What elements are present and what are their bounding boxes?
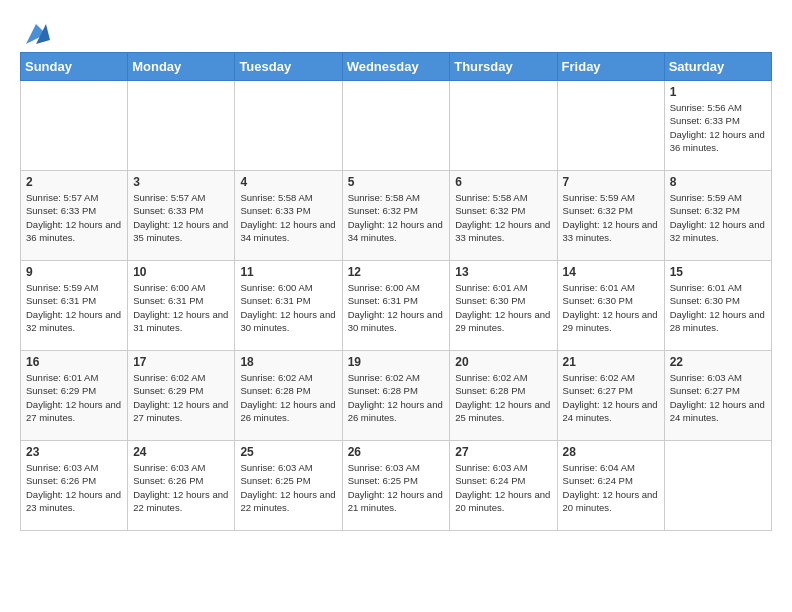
day-number: 14 [563, 265, 659, 279]
day-info: Sunrise: 5:59 AM Sunset: 6:32 PM Dayligh… [563, 191, 659, 244]
day-cell: 5Sunrise: 5:58 AM Sunset: 6:32 PM Daylig… [342, 171, 450, 261]
day-number: 11 [240, 265, 336, 279]
day-info: Sunrise: 6:02 AM Sunset: 6:27 PM Dayligh… [563, 371, 659, 424]
day-info: Sunrise: 5:57 AM Sunset: 6:33 PM Dayligh… [26, 191, 122, 244]
day-info: Sunrise: 6:04 AM Sunset: 6:24 PM Dayligh… [563, 461, 659, 514]
day-number: 23 [26, 445, 122, 459]
day-cell [21, 81, 128, 171]
day-cell: 3Sunrise: 5:57 AM Sunset: 6:33 PM Daylig… [128, 171, 235, 261]
day-number: 24 [133, 445, 229, 459]
day-cell: 13Sunrise: 6:01 AM Sunset: 6:30 PM Dayli… [450, 261, 557, 351]
day-number: 2 [26, 175, 122, 189]
day-cell: 21Sunrise: 6:02 AM Sunset: 6:27 PM Dayli… [557, 351, 664, 441]
day-info: Sunrise: 6:02 AM Sunset: 6:28 PM Dayligh… [455, 371, 551, 424]
day-cell: 27Sunrise: 6:03 AM Sunset: 6:24 PM Dayli… [450, 441, 557, 531]
weekday-header-saturday: Saturday [664, 53, 771, 81]
day-cell: 8Sunrise: 5:59 AM Sunset: 6:32 PM Daylig… [664, 171, 771, 261]
day-cell [235, 81, 342, 171]
day-cell: 15Sunrise: 6:01 AM Sunset: 6:30 PM Dayli… [664, 261, 771, 351]
day-info: Sunrise: 6:01 AM Sunset: 6:29 PM Dayligh… [26, 371, 122, 424]
page-header [20, 20, 772, 42]
day-info: Sunrise: 6:01 AM Sunset: 6:30 PM Dayligh… [455, 281, 551, 334]
day-number: 1 [670, 85, 766, 99]
week-row-5: 23Sunrise: 6:03 AM Sunset: 6:26 PM Dayli… [21, 441, 772, 531]
day-info: Sunrise: 6:02 AM Sunset: 6:29 PM Dayligh… [133, 371, 229, 424]
day-info: Sunrise: 6:03 AM Sunset: 6:27 PM Dayligh… [670, 371, 766, 424]
day-info: Sunrise: 6:01 AM Sunset: 6:30 PM Dayligh… [670, 281, 766, 334]
day-cell: 10Sunrise: 6:00 AM Sunset: 6:31 PM Dayli… [128, 261, 235, 351]
day-cell [664, 441, 771, 531]
day-number: 16 [26, 355, 122, 369]
day-info: Sunrise: 6:00 AM Sunset: 6:31 PM Dayligh… [348, 281, 445, 334]
day-number: 3 [133, 175, 229, 189]
day-number: 18 [240, 355, 336, 369]
day-info: Sunrise: 6:00 AM Sunset: 6:31 PM Dayligh… [133, 281, 229, 334]
day-cell: 1Sunrise: 5:56 AM Sunset: 6:33 PM Daylig… [664, 81, 771, 171]
day-info: Sunrise: 6:01 AM Sunset: 6:30 PM Dayligh… [563, 281, 659, 334]
weekday-header-monday: Monday [128, 53, 235, 81]
weekday-header-wednesday: Wednesday [342, 53, 450, 81]
day-number: 21 [563, 355, 659, 369]
day-number: 4 [240, 175, 336, 189]
day-info: Sunrise: 6:03 AM Sunset: 6:26 PM Dayligh… [133, 461, 229, 514]
day-cell: 28Sunrise: 6:04 AM Sunset: 6:24 PM Dayli… [557, 441, 664, 531]
day-number: 17 [133, 355, 229, 369]
day-number: 27 [455, 445, 551, 459]
logo-icon [22, 20, 50, 48]
week-row-3: 9Sunrise: 5:59 AM Sunset: 6:31 PM Daylig… [21, 261, 772, 351]
day-cell: 12Sunrise: 6:00 AM Sunset: 6:31 PM Dayli… [342, 261, 450, 351]
day-number: 19 [348, 355, 445, 369]
day-cell: 11Sunrise: 6:00 AM Sunset: 6:31 PM Dayli… [235, 261, 342, 351]
day-info: Sunrise: 6:03 AM Sunset: 6:26 PM Dayligh… [26, 461, 122, 514]
weekday-header-sunday: Sunday [21, 53, 128, 81]
day-number: 13 [455, 265, 551, 279]
day-cell: 17Sunrise: 6:02 AM Sunset: 6:29 PM Dayli… [128, 351, 235, 441]
day-info: Sunrise: 6:02 AM Sunset: 6:28 PM Dayligh… [348, 371, 445, 424]
day-number: 10 [133, 265, 229, 279]
day-cell: 23Sunrise: 6:03 AM Sunset: 6:26 PM Dayli… [21, 441, 128, 531]
day-number: 25 [240, 445, 336, 459]
day-cell: 25Sunrise: 6:03 AM Sunset: 6:25 PM Dayli… [235, 441, 342, 531]
day-info: Sunrise: 6:02 AM Sunset: 6:28 PM Dayligh… [240, 371, 336, 424]
day-info: Sunrise: 5:56 AM Sunset: 6:33 PM Dayligh… [670, 101, 766, 154]
day-number: 28 [563, 445, 659, 459]
weekday-header-row: SundayMondayTuesdayWednesdayThursdayFrid… [21, 53, 772, 81]
week-row-2: 2Sunrise: 5:57 AM Sunset: 6:33 PM Daylig… [21, 171, 772, 261]
day-cell: 26Sunrise: 6:03 AM Sunset: 6:25 PM Dayli… [342, 441, 450, 531]
day-info: Sunrise: 5:58 AM Sunset: 6:32 PM Dayligh… [455, 191, 551, 244]
day-cell [342, 81, 450, 171]
day-number: 5 [348, 175, 445, 189]
week-row-1: 1Sunrise: 5:56 AM Sunset: 6:33 PM Daylig… [21, 81, 772, 171]
day-info: Sunrise: 5:58 AM Sunset: 6:33 PM Dayligh… [240, 191, 336, 244]
day-number: 12 [348, 265, 445, 279]
week-row-4: 16Sunrise: 6:01 AM Sunset: 6:29 PM Dayli… [21, 351, 772, 441]
day-number: 26 [348, 445, 445, 459]
day-info: Sunrise: 6:00 AM Sunset: 6:31 PM Dayligh… [240, 281, 336, 334]
weekday-header-friday: Friday [557, 53, 664, 81]
day-cell: 18Sunrise: 6:02 AM Sunset: 6:28 PM Dayli… [235, 351, 342, 441]
day-cell: 24Sunrise: 6:03 AM Sunset: 6:26 PM Dayli… [128, 441, 235, 531]
day-number: 6 [455, 175, 551, 189]
day-cell: 16Sunrise: 6:01 AM Sunset: 6:29 PM Dayli… [21, 351, 128, 441]
day-info: Sunrise: 5:59 AM Sunset: 6:31 PM Dayligh… [26, 281, 122, 334]
day-cell [557, 81, 664, 171]
weekday-header-thursday: Thursday [450, 53, 557, 81]
day-cell: 20Sunrise: 6:02 AM Sunset: 6:28 PM Dayli… [450, 351, 557, 441]
day-cell: 2Sunrise: 5:57 AM Sunset: 6:33 PM Daylig… [21, 171, 128, 261]
day-number: 15 [670, 265, 766, 279]
day-cell: 14Sunrise: 6:01 AM Sunset: 6:30 PM Dayli… [557, 261, 664, 351]
day-info: Sunrise: 6:03 AM Sunset: 6:25 PM Dayligh… [240, 461, 336, 514]
day-cell: 22Sunrise: 6:03 AM Sunset: 6:27 PM Dayli… [664, 351, 771, 441]
day-number: 7 [563, 175, 659, 189]
day-info: Sunrise: 5:59 AM Sunset: 6:32 PM Dayligh… [670, 191, 766, 244]
day-cell: 7Sunrise: 5:59 AM Sunset: 6:32 PM Daylig… [557, 171, 664, 261]
logo [20, 20, 50, 42]
day-cell: 9Sunrise: 5:59 AM Sunset: 6:31 PM Daylig… [21, 261, 128, 351]
day-number: 9 [26, 265, 122, 279]
day-cell: 19Sunrise: 6:02 AM Sunset: 6:28 PM Dayli… [342, 351, 450, 441]
day-cell: 6Sunrise: 5:58 AM Sunset: 6:32 PM Daylig… [450, 171, 557, 261]
day-cell [450, 81, 557, 171]
day-info: Sunrise: 5:58 AM Sunset: 6:32 PM Dayligh… [348, 191, 445, 244]
day-number: 20 [455, 355, 551, 369]
day-info: Sunrise: 6:03 AM Sunset: 6:25 PM Dayligh… [348, 461, 445, 514]
